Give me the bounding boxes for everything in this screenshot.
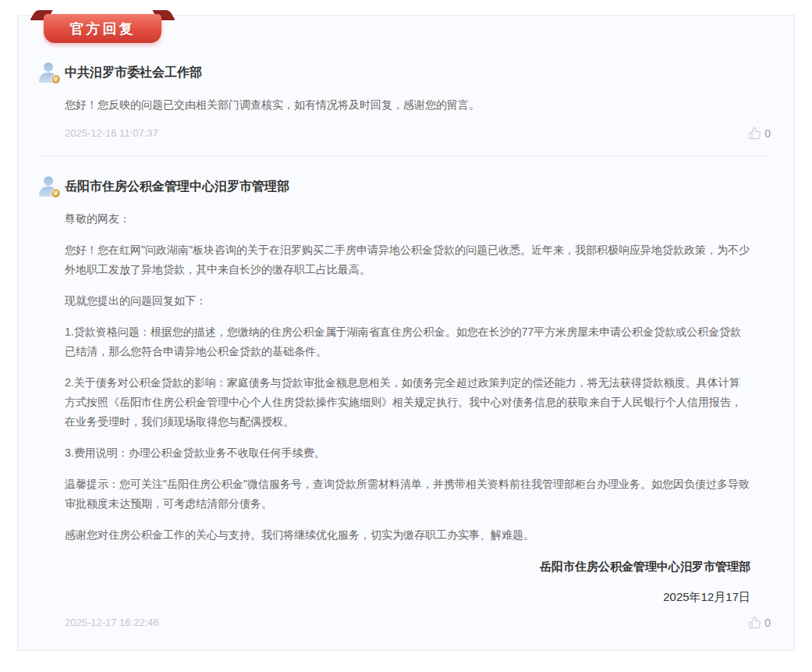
like-count: 0 [764, 617, 771, 629]
reply-paragraph: 尊敬的网友： [65, 209, 750, 229]
reply-body: 您好！您反映的问题已交由相关部门调查核实，如有情况将及时回复，感谢您的留言。 [65, 95, 750, 115]
official-reply-banner-label: 官方回复 [44, 14, 161, 43]
reply-timestamp: 2025-12-17 16:22:46 [65, 617, 159, 628]
reply-footer: 2025-12-16 11:07:37 0 [65, 126, 771, 140]
reply-paragraph: 温馨提示：您可关注"岳阳住房公积金"微信服务号，查询贷款所需材料清单，并携带相关… [65, 475, 750, 514]
reply-header: V 岳阳市住房公积金管理中心汨罗市管理部 [38, 176, 771, 197]
reply-signature-date: 2025年12月17日 [65, 587, 750, 606]
reply-footer: 2025-12-17 16:22:46 0 [65, 616, 771, 629]
reply-divider [38, 155, 771, 156]
official-reply-item: V 岳阳市住房公积金管理中心汨罗市管理部 尊敬的网友： 您好！您在红网"问政湖南… [38, 176, 771, 629]
reply-paragraph: 您好！您反映的问题已交由相关部门调查核实，如有情况将及时回复，感谢您的留言。 [65, 95, 750, 115]
official-reply-banner: 官方回复 [30, 9, 179, 44]
reply-body: 尊敬的网友： 您好！您在红网"问政湖南"板块咨询的关于在汨罗购买二手房申请异地公… [65, 209, 750, 606]
reply-author: 中共汨罗市委社会工作部 [65, 65, 202, 81]
avatar-person-icon [44, 176, 53, 186]
verified-badge-icon: V [51, 74, 61, 84]
like-button[interactable]: 0 [748, 616, 771, 629]
verified-badge-icon: V [51, 188, 61, 198]
reply-paragraph: 现就您提出的问题回复如下： [65, 291, 750, 311]
thumbs-up-icon [748, 126, 761, 140]
reply-paragraph: 3.费用说明：办理公积金贷款业务不收取任何手续费。 [65, 443, 750, 463]
reply-paragraph: 您好！您在红网"问政湖南"板块咨询的关于在汨罗购买二手房申请异地公积金贷款的问题… [65, 240, 750, 279]
reply-signature: 岳阳市住房公积金管理中心汨罗市管理部 [65, 556, 750, 576]
avatar: V [38, 62, 59, 83]
reply-author: 岳阳市住房公积金管理中心汨罗市管理部 [65, 179, 289, 195]
like-button[interactable]: 0 [748, 126, 771, 140]
avatar-person-icon [44, 62, 53, 72]
avatar: V [38, 176, 59, 197]
like-count: 0 [764, 127, 771, 140]
reply-header: V 中共汨罗市委社会工作部 [38, 62, 771, 83]
official-reply-item: V 中共汨罗市委社会工作部 您好！您反映的问题已交由相关部门调查核实，如有情况将… [38, 62, 771, 140]
reply-paragraph: 2.关于债务对公积金贷款的影响：家庭债务与贷款审批金额息息相关，如债务完全超过政… [65, 373, 750, 432]
reply-paragraph: 感谢您对住房公积金工作的关心与支持。我们将继续优化服务，切实为缴存职工办实事、解… [65, 525, 750, 545]
official-reply-panel: 官方回复 V 中共汨罗市委社会工作部 您好！您反映的问题已交由相关部门调查核实，… [17, 15, 795, 651]
thumbs-up-icon [748, 616, 761, 629]
reply-paragraph: 1.贷款资格问题：根据您的描述，您缴纳的住房公积金属于湖南省直住房公积金。如您在… [65, 322, 750, 361]
reply-timestamp: 2025-12-16 11:07:37 [65, 127, 158, 139]
